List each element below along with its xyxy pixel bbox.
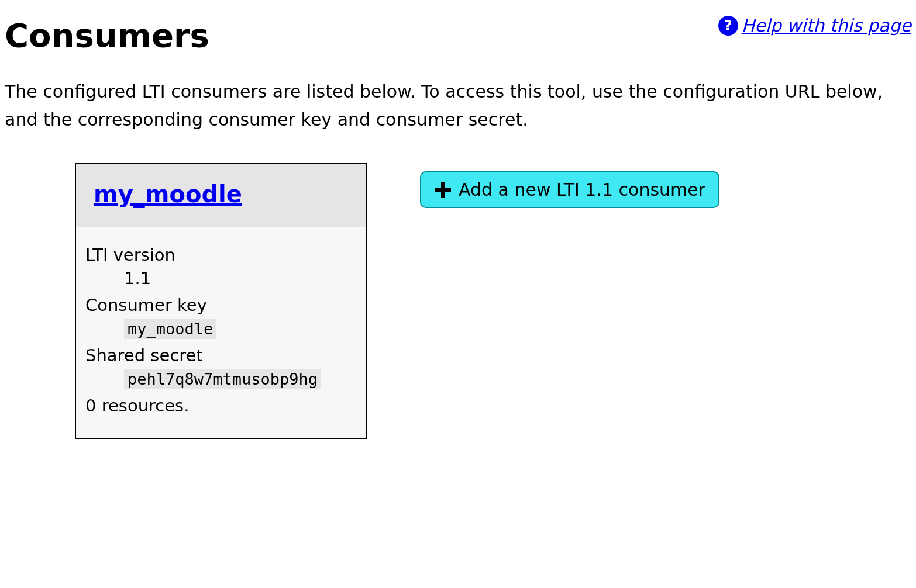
shared-secret-label: Shared secret: [85, 345, 357, 365]
page-title: Consumers: [5, 16, 209, 54]
help-icon: ?: [718, 16, 738, 36]
consumer-card-header: my_moodle: [76, 164, 366, 227]
resources-count: 0 resources.: [85, 396, 357, 416]
plus-icon: [434, 181, 452, 199]
svg-rect-1: [435, 188, 451, 192]
help-link-text: Help with this page: [742, 15, 911, 36]
add-consumer-button[interactable]: Add a new LTI 1.1 consumer: [420, 171, 719, 208]
shared-secret-value: pehl7q8w7mtmusobp9hg: [124, 369, 321, 389]
lti-version-label: LTI version: [85, 245, 357, 265]
consumer-card: my_moodle LTI version 1.1 Consumer key m…: [75, 163, 367, 439]
lti-version-value: 1.1: [124, 268, 357, 288]
consumer-key-value: my_moodle: [124, 319, 216, 339]
consumer-name-link[interactable]: my_moodle: [94, 181, 242, 207]
page-description: The configured LTI consumers are listed …: [5, 78, 905, 134]
help-link[interactable]: ? Help with this page: [718, 15, 911, 36]
consumer-card-body: LTI version 1.1 Consumer key my_moodle S…: [76, 227, 366, 438]
consumer-key-label: Consumer key: [85, 295, 357, 315]
add-consumer-label: Add a new LTI 1.1 consumer: [459, 179, 705, 200]
